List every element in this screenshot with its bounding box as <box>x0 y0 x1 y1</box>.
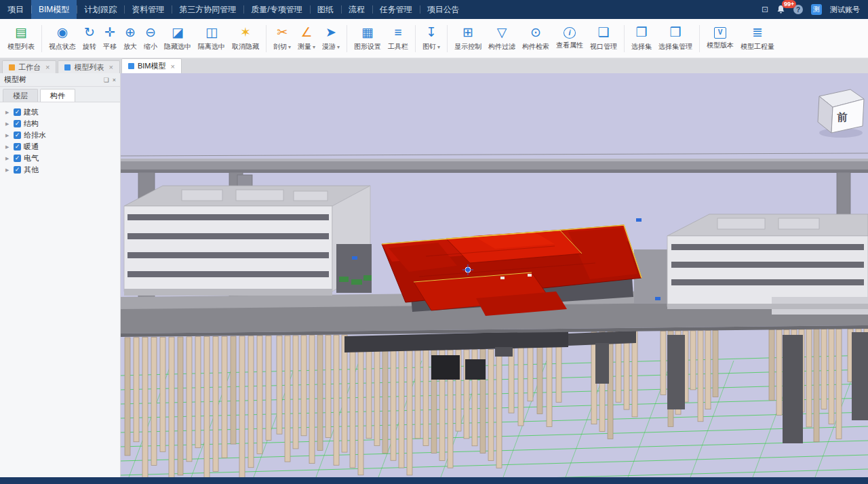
close-tab-icon[interactable]: × <box>108 63 113 71</box>
fullscreen-icon[interactable]: ⊡ <box>762 5 768 14</box>
tool-label: 工具栏 <box>388 42 408 52</box>
menu-item-third-party[interactable]: 第三方协同管理 <box>172 0 243 19</box>
toolbar-divider <box>41 25 42 52</box>
tool-viewpoint-state[interactable]: ◉ 视点状态 <box>45 20 79 57</box>
tool-selection-set-manage[interactable]: ❒ 选择集管理 <box>655 20 696 57</box>
menu-item-tasks[interactable]: 任务管理 <box>372 0 420 19</box>
tool-graphics-settings[interactable]: ▦ 图形设置 <box>351 20 384 57</box>
expand-arrow-icon[interactable]: ▶ <box>5 156 11 161</box>
search-icon: ⊙ <box>530 25 542 40</box>
zoom-out-icon: ⊖ <box>144 25 157 40</box>
left-building-cluster[interactable] <box>124 186 372 296</box>
tool-measure[interactable]: ∠ 测量▾ <box>294 20 319 57</box>
model-list-icon: ▤ <box>15 25 27 40</box>
tab-bim-model[interactable]: BIM模型 × <box>121 58 182 73</box>
tool-label: 测量 <box>298 42 311 52</box>
nav-cube[interactable]: 前 <box>818 89 864 138</box>
tree-item-plumbing[interactable]: ▶ ✓ 给排水 <box>0 129 120 141</box>
menu-item-plan-tracking[interactable]: 计划跟踪 <box>77 0 124 19</box>
tool-walkthrough[interactable]: ➤ 漫游▾ <box>319 20 343 57</box>
tool-section[interactable]: ✂ 剖切▾ <box>270 20 294 57</box>
dropdown-caret-icon: ▾ <box>437 44 440 50</box>
3d-viewport[interactable]: 前 <box>121 73 868 477</box>
tree-item-label: 给排水 <box>24 130 46 140</box>
isolate-selected-icon: ◫ <box>205 25 218 40</box>
tool-display-control[interactable]: ⊞ 显示控制 <box>451 20 485 57</box>
tool-model-list[interactable]: ▤ 模型列表 <box>4 20 38 57</box>
tool-model-version[interactable]: V 模型版本 <box>703 20 737 57</box>
model-version-icon: V <box>714 27 726 39</box>
menu-item-drawings[interactable]: 图纸 <box>310 0 341 19</box>
tool-unhide[interactable]: ✶ 取消隐藏 <box>229 20 262 57</box>
properties-icon: i <box>564 27 576 39</box>
filter-icon: ▽ <box>496 25 508 40</box>
close-tab-icon[interactable]: × <box>45 63 50 71</box>
tab-workbench[interactable]: 工作台 × <box>2 60 56 73</box>
username-label[interactable]: 测试账号 <box>830 5 860 15</box>
tab-components[interactable]: 构件 <box>40 89 75 102</box>
ribbon-toolbar: ▤ 模型列表 ◉ 视点状态 ↻ 旋转 ✛ 平移 ⊕ 放大 ⊖ 缩小 ◪ 隐藏选中 <box>0 19 868 58</box>
toolbar-divider <box>624 25 625 52</box>
checkbox-checked-icon[interactable]: ✓ <box>14 132 21 139</box>
tree-item-hvac[interactable]: ▶ ✓ 暖通 <box>0 141 120 153</box>
tool-component-search[interactable]: ⊙ 构件检索 <box>519 20 553 57</box>
tool-rotate[interactable]: ↻ 旋转 <box>79 20 100 57</box>
checkbox-checked-icon[interactable]: ✓ <box>14 143 21 150</box>
checkbox-checked-icon[interactable]: ✓ <box>14 166 21 174</box>
tab-label: BIM模型 <box>138 61 166 71</box>
tool-zoom-out[interactable]: ⊖ 缩小 <box>140 20 161 57</box>
nav-cube-front-label: 前 <box>837 111 848 123</box>
tree-item-other[interactable]: ▶ ✓ 其他 <box>0 164 120 176</box>
toolbar-divider <box>447 25 448 52</box>
tool-zoom-in[interactable]: ⊕ 放大 <box>120 20 140 57</box>
tool-label: 构件过滤 <box>488 42 515 52</box>
tool-view-properties[interactable]: i 查看属性 <box>553 20 587 57</box>
expand-arrow-icon[interactable]: ▶ <box>5 167 11 173</box>
expand-arrow-icon[interactable]: ▶ <box>5 110 11 115</box>
menu-item-bim-model[interactable]: BIM模型 <box>31 0 77 19</box>
toolbar-divider <box>699 25 700 52</box>
tool-viewport-manage[interactable]: ❏ 视口管理 <box>587 20 620 57</box>
menu-item-project[interactable]: 项目 <box>0 0 31 19</box>
tree-item-electrical[interactable]: ▶ ✓ 电气 <box>0 153 120 164</box>
tool-label: 构件检索 <box>522 42 549 52</box>
menu-item-quality[interactable]: 质量/专项管理 <box>243 0 309 19</box>
tab-model-list[interactable]: 模型列表 × <box>58 60 119 73</box>
tree-item-structure[interactable]: ▶ ✓ 结构 <box>0 118 120 129</box>
tool-label: 选择集管理 <box>658 42 692 52</box>
component-tree: ▶ ✓ 建筑 ▶ ✓ 结构 ▶ ✓ 给排水 ▶ ✓ 暖通 <box>0 102 120 180</box>
tool-pin[interactable]: ↧ 图钉▾ <box>419 20 443 57</box>
tool-model-quantity[interactable]: ≣ 模型工程量 <box>737 20 778 57</box>
tool-isolate-selected[interactable]: ◫ 隔离选中 <box>195 20 229 57</box>
tool-hide-selected[interactable]: ◪ 隐藏选中 <box>161 20 195 57</box>
expand-arrow-icon[interactable]: ▶ <box>5 144 11 150</box>
tree-item-label: 建筑 <box>24 107 39 117</box>
close-panel-icon[interactable]: × <box>113 77 116 83</box>
checkbox-checked-icon[interactable]: ✓ <box>14 155 21 162</box>
model-tree-panel-header: 模型树 ❏ × <box>0 73 120 87</box>
toolbar-divider <box>347 25 347 52</box>
tool-label: 缩小 <box>144 42 157 52</box>
notifications-button[interactable]: 99+ <box>776 5 785 14</box>
checkbox-checked-icon[interactable]: ✓ <box>14 120 21 127</box>
expand-arrow-icon[interactable]: ▶ <box>5 121 11 127</box>
user-avatar[interactable]: 测 <box>811 4 822 15</box>
expand-arrow-icon[interactable]: ▶ <box>5 133 11 138</box>
checkbox-checked-icon[interactable]: ✓ <box>14 108 21 116</box>
tool-label: 漫游 <box>322 42 336 52</box>
tab-floors[interactable]: 楼层 <box>3 89 38 102</box>
menu-item-documents[interactable]: 资料管理 <box>124 0 172 19</box>
tool-pan[interactable]: ✛ 平移 <box>100 20 120 57</box>
menu-item-announcements[interactable]: 项目公告 <box>420 0 467 19</box>
close-tab-icon[interactable]: × <box>170 62 174 70</box>
tree-item-architecture[interactable]: ▶ ✓ 建筑 <box>0 106 120 118</box>
tool-toolbox[interactable]: ≡ 工具栏 <box>384 20 412 57</box>
tool-component-filter[interactable]: ▽ 构件过滤 <box>485 20 519 57</box>
menu-item-workflow[interactable]: 流程 <box>341 0 372 19</box>
tool-selection-set[interactable]: ❐ 选择集 <box>628 20 655 57</box>
bim-app-window: 项目 BIM模型 计划跟踪 资料管理 第三方协同管理 质量/专项管理 图纸 流程… <box>0 0 868 484</box>
float-panel-icon[interactable]: ❏ <box>104 77 109 83</box>
hide-selected-icon: ◪ <box>172 25 184 40</box>
tool-label: 查看属性 <box>556 41 583 50</box>
model-tree-panel: 模型树 ❏ × 楼层 构件 ▶ ✓ 建筑 ▶ ✓ 结构 <box>0 73 121 477</box>
